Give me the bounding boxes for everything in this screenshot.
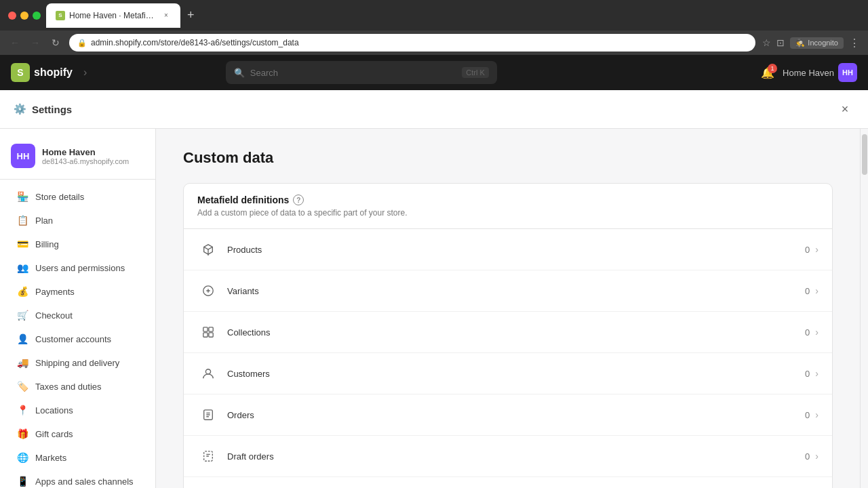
customers-chevron: ›: [815, 368, 818, 379]
more-options-icon[interactable]: ⋮: [849, 37, 860, 49]
incognito-icon: 🕵: [795, 39, 805, 47]
sidebar-item-users-permissions[interactable]: 👥 Users and permissions: [5, 256, 150, 279]
sidebar-item-label: Markets: [35, 453, 66, 463]
payments-icon: 💰: [16, 285, 28, 298]
sidebar-item-label: Locations: [35, 405, 73, 415]
customers-label: Customers: [227, 369, 805, 379]
info-icon[interactable]: ?: [293, 195, 304, 205]
forward-btn[interactable]: →: [28, 37, 42, 48]
collections-label: Collections: [227, 327, 805, 338]
browser-chrome: S Home Haven · Metafield defini… × +: [0, 0, 868, 30]
sidebar-item-label: Billing: [35, 239, 59, 249]
notification-badge: 1: [768, 64, 777, 73]
browser-actions: ☆ ⊡ 🕵 Incognito ⋮: [762, 37, 860, 49]
active-tab[interactable]: S Home Haven · Metafield defini… ×: [46, 3, 180, 28]
list-item-locations[interactable]: Locations 0 ›: [184, 477, 832, 488]
collections-chevron: ›: [815, 327, 818, 338]
sidebar-store-url: de8143-a6.myshopify.com: [42, 157, 129, 165]
lock-icon: 🔒: [77, 39, 87, 47]
search-input[interactable]: [250, 68, 457, 78]
sidebar-item-label: Gift cards: [35, 429, 73, 439]
collections-icon: [197, 321, 219, 343]
list-item-draft-orders[interactable]: Draft orders 0 ›: [184, 436, 832, 477]
sidebar-item-plan[interactable]: 📋 Plan: [5, 209, 150, 232]
close-button[interactable]: ×: [835, 100, 854, 119]
shipping-icon: 🚚: [16, 357, 28, 369]
extension-icon[interactable]: ⊡: [776, 37, 785, 48]
address-bar[interactable]: 🔒 admin.shopify.com/store/de8143-a6/sett…: [69, 34, 755, 52]
list-item-products[interactable]: Products 0 ›: [184, 229, 832, 270]
draft-orders-count: 0: [805, 451, 810, 462]
shopify-logo[interactable]: S shopify: [11, 63, 73, 82]
sidebar-item-billing[interactable]: 💳 Billing: [5, 232, 150, 256]
sidebar-item-label: Store details: [35, 192, 84, 202]
sidebar: HH Home Haven de8143-a6.myshopify.com 🏪 …: [0, 129, 156, 488]
card-header-subtitle: Add a custom piece of data to a specific…: [197, 208, 818, 218]
list-item-orders[interactable]: Orders 0 ›: [184, 394, 832, 436]
new-tab-btn[interactable]: +: [183, 8, 199, 22]
sidebar-item-markets[interactable]: 🌐 Markets: [5, 446, 150, 469]
tab-close-btn[interactable]: ×: [161, 11, 171, 20]
draft-orders-chevron: ›: [815, 451, 818, 462]
svg-rect-1: [203, 327, 208, 331]
sidebar-item-taxes-duties[interactable]: 🏷️ Taxes and duties: [5, 375, 150, 398]
minimize-window-btn[interactable]: [20, 12, 28, 20]
sidebar-item-gift-cards[interactable]: 🎁 Gift cards: [5, 422, 150, 445]
variants-icon: [197, 280, 219, 302]
checkout-icon: 🛒: [16, 309, 28, 321]
search-bar[interactable]: 🔍 Ctrl K: [226, 61, 497, 84]
search-icon: 🔍: [234, 68, 245, 78]
sidebar-item-label: Shipping and delivery: [35, 358, 119, 368]
customers-icon: [197, 363, 219, 384]
list-item-variants[interactable]: Variants 0 ›: [184, 270, 832, 312]
sidebar-item-label: Apps and sales channels: [35, 476, 134, 487]
window-controls: [8, 12, 41, 20]
notification-btn[interactable]: 🔔 1: [761, 66, 774, 79]
collections-count: 0: [805, 327, 810, 338]
bookmark-icon[interactable]: ☆: [762, 37, 771, 48]
variants-chevron: ›: [815, 285, 818, 296]
store-info: HH Home Haven de8143-a6.myshopify.com: [0, 137, 155, 180]
list-item-collections[interactable]: Collections 0 ›: [184, 312, 832, 353]
svg-point-5: [205, 369, 210, 374]
incognito-label: Incognito: [808, 39, 838, 47]
sidebar-item-store-details[interactable]: 🏪 Store details: [5, 185, 150, 208]
settings-body: HH Home Haven de8143-a6.myshopify.com 🏪 …: [0, 129, 868, 488]
sidebar-item-checkout[interactable]: 🛒 Checkout: [5, 304, 150, 327]
svg-rect-2: [209, 327, 213, 331]
list-item-customers[interactable]: Customers 0 ›: [184, 353, 832, 394]
refresh-btn[interactable]: ↻: [49, 37, 62, 48]
card-header: Metafield definitions ? Add a custom pie…: [184, 184, 832, 229]
card-title-text: Metafield definitions: [197, 195, 289, 205]
orders-label: Orders: [227, 410, 805, 420]
chevron-down-icon: ›: [83, 66, 87, 79]
gear-icon: ⚙️: [14, 103, 26, 115]
url-text: admin.shopify.com/store/de8143-a6/settin…: [91, 38, 299, 47]
main-area: ⚙️ Settings × HH Home Haven de8143-a6.my…: [0, 90, 868, 488]
sidebar-item-locations[interactable]: 📍 Locations: [5, 399, 150, 422]
settings-title: ⚙️ Settings: [14, 103, 72, 115]
scrollbar-thumb[interactable]: [862, 134, 867, 175]
topbar-right: 🔔 1 Home Haven HH: [761, 63, 857, 82]
metafield-definitions-card: Metafield definitions ? Add a custom pie…: [183, 183, 833, 488]
settings-modal: ⚙️ Settings × HH Home Haven de8143-a6.my…: [0, 90, 868, 488]
sidebar-item-payments[interactable]: 💰 Payments: [5, 280, 150, 303]
sidebar-item-label: Plan: [35, 216, 53, 226]
maximize-window-btn[interactable]: [33, 12, 41, 20]
shopify-logo-text: shopify: [34, 66, 73, 79]
sidebar-item-customer-accounts[interactable]: 👤 Customer accounts: [5, 327, 150, 350]
store-badge[interactable]: Home Haven HH: [783, 63, 857, 82]
store-name-label: Home Haven: [783, 68, 834, 78]
shopify-topbar: S shopify › 🔍 Ctrl K 🔔 1 Home Haven HH: [0, 55, 868, 90]
sidebar-item-shipping-delivery[interactable]: 🚚 Shipping and delivery: [5, 351, 150, 374]
content-area: Custom data Metafield definitions ? Add …: [156, 129, 860, 488]
billing-icon: 💳: [16, 238, 28, 250]
sidebar-item-label: Customer accounts: [35, 334, 111, 344]
settings-header: ⚙️ Settings ×: [0, 90, 868, 129]
sidebar-item-apps-sales-channels[interactable]: 📱 Apps and sales channels: [5, 470, 150, 488]
search-shortcut: Ctrl K: [462, 67, 489, 78]
orders-icon: [197, 404, 219, 426]
back-btn[interactable]: ←: [8, 37, 22, 48]
products-icon: [197, 239, 219, 260]
close-window-btn[interactable]: [8, 12, 16, 20]
